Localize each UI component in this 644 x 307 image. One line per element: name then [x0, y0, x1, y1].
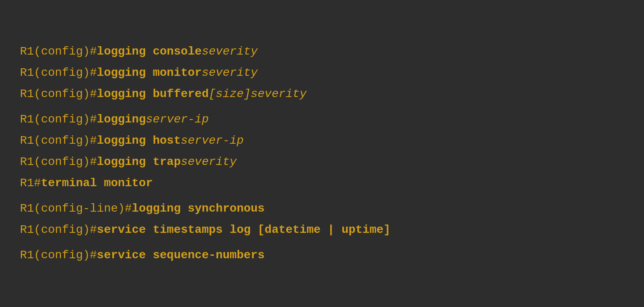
cmd-keyword-7: terminal monitor	[41, 173, 153, 193]
cmd-arg-5: server-ip	[181, 130, 243, 151]
cmd-line-1: R1(config)# logging console severity	[20, 41, 624, 62]
cmd-arg-6: severity	[181, 152, 236, 172]
cmd-arg-4: server-ip	[146, 109, 208, 130]
cmd-keyword-10: service sequence-numbers	[97, 245, 265, 265]
cmd-arg-3b: severity	[251, 84, 307, 104]
spacer-2	[20, 194, 624, 198]
cmd-line-2: R1(config)# logging monitor severity	[20, 62, 624, 83]
cmd-arg-2: severity	[202, 62, 258, 83]
cmd-keyword-5: logging host	[97, 130, 181, 151]
cmd-keyword-2: logging monitor	[97, 62, 202, 83]
cmd-keyword-3: logging buffered	[97, 84, 209, 104]
cmd-keyword-4: logging	[97, 109, 146, 130]
cmd-line-10: R1(config)# service sequence-numbers	[20, 245, 624, 265]
prompt-2: R1(config)#	[20, 62, 97, 83]
cmd-keyword-9: service timestamps log [datetime | uptim…	[97, 220, 391, 240]
cmd-keyword-1: logging console	[97, 41, 202, 62]
prompt-1: R1(config)#	[20, 41, 97, 62]
cmd-line-3: R1(config)# logging buffered [size] seve…	[20, 84, 624, 104]
cmd-keyword-6: logging trap	[97, 152, 181, 172]
cmd-keyword-8: logging synchronous	[132, 198, 265, 219]
prompt-6: R1(config)#	[20, 152, 97, 172]
cmd-line-7: R1# terminal monitor	[20, 173, 624, 193]
cmd-line-9: R1(config)# service timestamps log [date…	[20, 220, 624, 240]
cmd-line-6: R1(config)# logging trap severity	[20, 152, 624, 172]
terminal-window: R1(config)# logging console severity R1(…	[0, 0, 644, 307]
cmd-arg-3a: [size]	[209, 84, 251, 104]
prompt-9: R1(config)#	[20, 220, 97, 240]
spacer-3	[20, 241, 624, 245]
prompt-5: R1(config)#	[20, 130, 97, 151]
prompt-10: R1(config)#	[20, 245, 97, 265]
spacer-1	[20, 105, 624, 109]
prompt-8: R1(config-line)#	[20, 198, 132, 219]
prompt-3: R1(config)#	[20, 84, 97, 104]
cmd-arg-1: severity	[202, 41, 258, 62]
prompt-7: R1#	[20, 173, 41, 193]
prompt-4: R1(config)#	[20, 109, 97, 130]
cmd-line-4: R1(config)# logging server-ip	[20, 109, 624, 130]
cmd-line-5: R1(config)# logging host server-ip	[20, 130, 624, 151]
cmd-line-8: R1(config-line)# logging synchronous	[20, 198, 624, 219]
